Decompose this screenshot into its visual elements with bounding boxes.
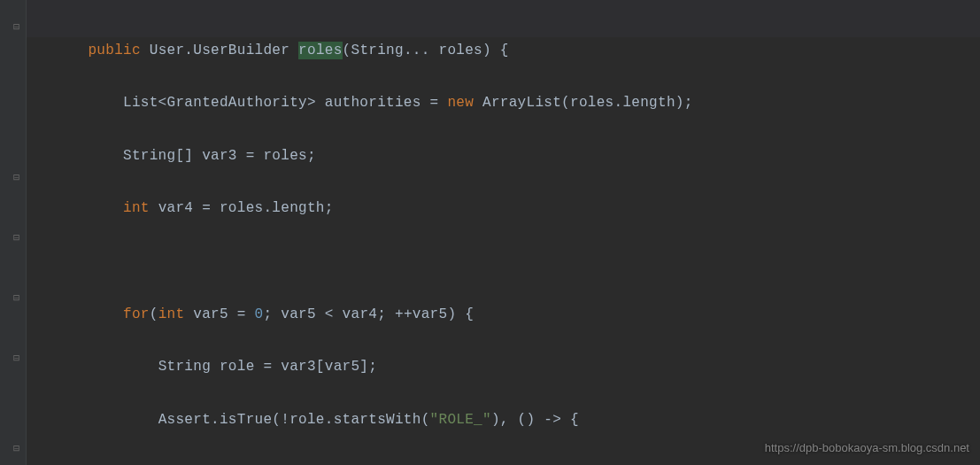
code-line: String[] var3 = roles; bbox=[35, 141, 980, 171]
statement: ), () -> { bbox=[491, 412, 579, 428]
params: (String... roles) { bbox=[343, 43, 509, 58]
number-literal: 0 bbox=[255, 306, 264, 322]
current-method-highlight bbox=[27, 0, 980, 37]
code-line: for(int var5 = 0; var5 < var4; ++var5) { bbox=[35, 299, 980, 329]
code-line: List<GrantedAuthority> authorities = new… bbox=[35, 88, 980, 118]
code-line: return role + " cannot start with ROLE_ … bbox=[35, 457, 980, 465]
keyword: public bbox=[88, 43, 140, 58]
statement: Assert.isTrue(!role.startsWith( bbox=[158, 412, 430, 428]
keyword: new bbox=[447, 95, 474, 111]
type-ref: User.UserBuilder bbox=[141, 43, 298, 58]
statement: String[] var3 = roles; bbox=[123, 148, 316, 164]
statement: var5 = bbox=[184, 306, 254, 322]
statement: List<GrantedAuthority> authorities = bbox=[123, 95, 447, 111]
keyword: for bbox=[123, 306, 150, 322]
statement: String role = var3[var5]; bbox=[158, 359, 378, 375]
method-name-highlight: roles bbox=[298, 42, 343, 59]
statement: ArrayList(roles.length); bbox=[474, 95, 693, 111]
fold-marker-icon[interactable]: ⊟ bbox=[13, 441, 22, 450]
editor-gutter: ⊟ ⊟ ⊟ ⊟ ⊟ ⊟ bbox=[0, 0, 27, 465]
string-literal: "ROLE_" bbox=[430, 412, 491, 428]
code-line: Assert.isTrue(!role.startsWith("ROLE_"),… bbox=[35, 405, 980, 435]
keyword: int bbox=[123, 200, 150, 216]
keyword: int bbox=[158, 306, 185, 322]
code-line: public User.UserBuilder roles(String... … bbox=[35, 35, 980, 66]
fold-marker-icon[interactable]: ⊟ bbox=[13, 19, 22, 28]
fold-marker-icon[interactable]: ⊟ bbox=[13, 291, 22, 299]
statement: ; var5 < var4; ++var5) { bbox=[263, 306, 474, 322]
watermark-text: https://dpb-bobokaoya-sm.blog.csdn.net bbox=[765, 439, 969, 458]
fold-marker-icon[interactable]: ⊟ bbox=[13, 170, 22, 179]
code-line: int var4 = roles.length; bbox=[35, 193, 980, 223]
punct: ( bbox=[150, 306, 158, 322]
code-line bbox=[35, 246, 980, 276]
code-editor[interactable]: public User.UserBuilder roles(String... … bbox=[0, 0, 980, 465]
fold-marker-icon[interactable]: ⊟ bbox=[13, 230, 22, 239]
code-line: String role = var3[var5]; bbox=[35, 352, 980, 382]
fold-marker-icon[interactable]: ⊟ bbox=[13, 351, 22, 360]
statement: var4 = roles.length; bbox=[150, 200, 334, 216]
